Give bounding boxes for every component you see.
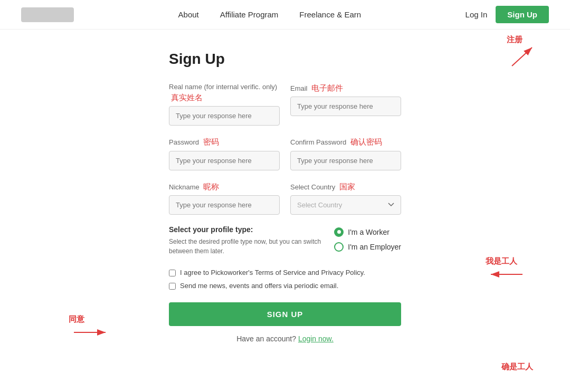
page-content: 注册 Sign Up Real name (for internal verif… (0, 30, 570, 375)
worker-option[interactable]: I'm a Worker (334, 227, 401, 237)
signup-nav-button[interactable]: Sign Up (496, 6, 549, 23)
logo (21, 7, 74, 22)
email-annotation: 电子邮件 (311, 83, 343, 92)
signup-submit-button[interactable]: SIGN UP (169, 302, 401, 326)
profile-label-block: Select your profile type: Select the des… (169, 225, 324, 256)
login-button[interactable]: Log In (466, 10, 488, 19)
country-select[interactable]: Select Country United States China Unite… (290, 195, 401, 215)
newsletter-label: Send me news, events and offers via peri… (180, 282, 338, 290)
employer-label: I'm an Employer (348, 243, 401, 251)
country-group: Select Country 国家 Select Country United … (290, 181, 401, 215)
nickname-group: Nickname 昵称 (169, 181, 280, 215)
svg-line-1 (512, 47, 532, 66)
confirm-password-group: Confirm Password 确认密码 (290, 136, 401, 170)
annotation-agree-cn: 同意 (69, 314, 111, 340)
navbar: About Affiliate Program Freelance & Earn… (0, 0, 570, 30)
form-row-3: Nickname 昵称 Select Country 国家 Select Cou… (169, 181, 401, 215)
annotation-confirm-worker-cn: 确是工人 (501, 362, 538, 375)
country-annotation: 国家 (339, 182, 355, 191)
confirm-password-label: Confirm Password 确认密码 (290, 136, 401, 147)
password-annotation: 密码 (203, 137, 219, 146)
real-name-group: Real name (for internal verific. only) 真… (169, 82, 280, 126)
email-group: Email 电子邮件 (290, 82, 401, 126)
nav-about[interactable]: About (178, 10, 199, 19)
checkbox-section: I agree to Pickoworker's Terms of Servic… (169, 269, 401, 290)
form-row-2: Password 密码 Confirm Password 确认密码 (169, 136, 401, 170)
newsletter-checkbox[interactable] (169, 283, 176, 290)
nickname-annotation: 昵称 (203, 182, 219, 191)
nickname-label: Nickname 昵称 (169, 181, 280, 192)
employer-radio[interactable] (334, 242, 344, 252)
checkbox-row-2: Send me news, events and offers via peri… (169, 282, 401, 290)
employer-option[interactable]: I'm an Employer (334, 242, 401, 252)
confirm-password-annotation: 确认密码 (350, 137, 382, 146)
nav-freelance[interactable]: Freelance & Earn (299, 10, 361, 19)
profile-type-title: Select your profile type: (169, 225, 324, 234)
profile-section: Select your profile type: Select the des… (169, 225, 401, 256)
confirm-password-input[interactable] (290, 151, 401, 170)
have-account-text: Have an account? (236, 334, 296, 343)
login-now-link[interactable]: Login now. (298, 334, 334, 343)
annotation-worker-cn: 我是工人 (486, 256, 528, 282)
signup-title: Sign Up (169, 51, 401, 68)
country-label: Select Country 国家 (290, 181, 401, 192)
nav-affiliate[interactable]: Affiliate Program (220, 10, 279, 19)
form-row-1: Real name (for internal verific. only) 真… (169, 82, 401, 126)
real-name-annotation: 真实姓名 (171, 93, 203, 102)
password-group: Password 密码 (169, 136, 280, 170)
annotation-signup-cn: 注册 (507, 35, 538, 71)
checkbox-row-1: I agree to Pickoworker's Terms of Servic… (169, 269, 401, 276)
password-input[interactable] (169, 151, 280, 170)
signup-container: Sign Up Real name (for internal verific.… (169, 51, 401, 343)
real-name-input[interactable] (169, 106, 280, 126)
email-input[interactable] (290, 97, 401, 116)
password-label: Password 密码 (169, 136, 280, 147)
email-label: Email 电子邮件 (290, 82, 401, 93)
login-link-row: Have an account? Login now. (169, 334, 401, 343)
worker-radio[interactable] (334, 227, 344, 237)
terms-label: I agree to Pickoworker's Terms of Servic… (180, 269, 365, 276)
worker-label: I'm a Worker (348, 228, 390, 236)
nav-right: Log In Sign Up (466, 6, 549, 23)
profile-options: I'm a Worker I'm an Employer (334, 227, 401, 252)
terms-checkbox[interactable] (169, 270, 176, 276)
real-name-label: Real name (for internal verific. only) 真… (169, 82, 280, 103)
nav-links: About Affiliate Program Freelance & Earn (178, 10, 362, 19)
nickname-input[interactable] (169, 195, 280, 215)
profile-type-desc: Select the desired profile type now, but… (169, 237, 324, 256)
